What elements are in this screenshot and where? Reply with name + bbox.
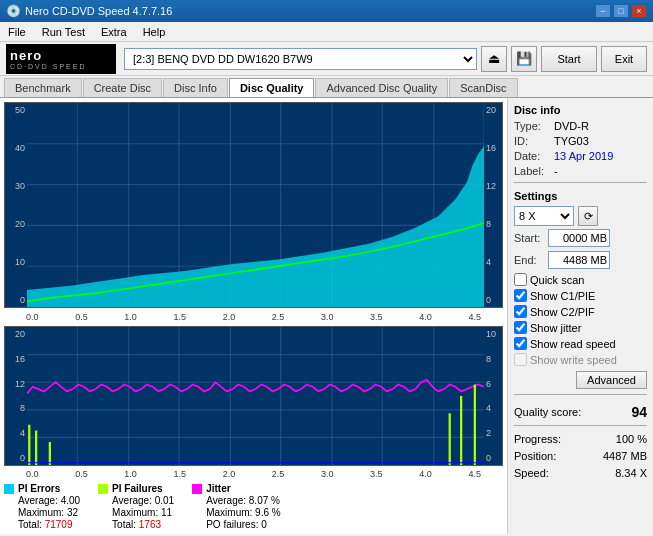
show-jitter-row: Show jitter xyxy=(514,321,647,334)
show-write-speed-label: Show write speed xyxy=(530,354,617,366)
legend-jitter: Jitter Average: 8.07 % Maximum: 9.6 % PO… xyxy=(192,483,280,530)
bottom-chart-y-axis-right: 10 8 6 4 2 0 xyxy=(484,327,502,465)
bottom-chart-y-axis-left: 20 16 12 8 4 0 xyxy=(5,327,27,465)
legend-pi-failures: PI Failures Average: 0.01 Maximum: 11 To… xyxy=(98,483,174,530)
title-bar-title: Nero CD-DVD Speed 4.7.7.16 xyxy=(25,5,172,17)
disc-date-label: Date: xyxy=(514,150,550,162)
advanced-button[interactable]: Advanced xyxy=(576,371,647,389)
close-button[interactable]: × xyxy=(631,4,647,18)
toolbar: nero CD·DVD SPEED [2:3] BENQ DVD DD DW16… xyxy=(0,42,653,76)
menu-run-test[interactable]: Run Test xyxy=(38,24,89,40)
legend-area: PI Errors Average: 4.00 Maximum: 32 Tota… xyxy=(4,483,503,530)
end-label: End: xyxy=(514,254,546,266)
quick-scan-row: Quick scan xyxy=(514,273,647,286)
top-chart-svg xyxy=(27,103,484,307)
start-button[interactable]: Start xyxy=(541,46,597,72)
exit-button[interactable]: Exit xyxy=(601,46,647,72)
show-write-speed-checkbox[interactable] xyxy=(514,353,527,366)
disc-id-value: TYG03 xyxy=(554,135,589,147)
show-c2-pif-row: Show C2/PIF xyxy=(514,305,647,318)
end-input[interactable] xyxy=(548,251,610,269)
tab-benchmark[interactable]: Benchmark xyxy=(4,78,82,97)
right-panel: Disc info Type: DVD-R ID: TYG03 Date: 13… xyxy=(508,98,653,534)
disc-label-value: - xyxy=(554,165,558,177)
speed-select[interactable]: 8 X xyxy=(514,206,574,226)
tab-advanced-disc-quality[interactable]: Advanced Disc Quality xyxy=(315,78,448,97)
nero-logo-text: nero xyxy=(10,48,42,63)
settings-title: Settings xyxy=(514,190,647,202)
pi-failures-details: PI Failures Average: 0.01 Maximum: 11 To… xyxy=(112,483,174,530)
nero-logo: nero CD·DVD SPEED xyxy=(6,44,116,74)
pi-errors-title: PI Errors xyxy=(18,483,80,494)
pi-failures-maximum: Maximum: 11 xyxy=(112,507,174,518)
minimize-button[interactable]: − xyxy=(595,4,611,18)
bottom-chart-x-axis: 0.0 0.5 1.0 1.5 2.0 2.5 3.0 3.5 4.0 4.5 xyxy=(4,468,503,479)
disc-date-row: Date: 13 Apr 2019 xyxy=(514,150,647,162)
menu-bar: File Run Test Extra Help xyxy=(0,22,653,42)
show-c1-pie-label: Show C1/PIE xyxy=(530,290,595,302)
divider1 xyxy=(514,182,647,183)
jitter-color xyxy=(192,484,202,494)
advanced-btn-container: Advanced xyxy=(514,369,647,389)
show-read-speed-row: Show read speed xyxy=(514,337,647,350)
show-read-speed-checkbox[interactable] xyxy=(514,337,527,350)
bottom-chart: 20 16 12 8 4 0 10 8 6 4 2 0 xyxy=(4,326,503,466)
end-row: End: xyxy=(514,251,647,269)
menu-help[interactable]: Help xyxy=(139,24,170,40)
start-label: Start: xyxy=(514,232,546,244)
pi-errors-average: Average: 4.00 xyxy=(18,495,80,506)
title-bar: 💿 Nero CD-DVD Speed 4.7.7.16 − □ × xyxy=(0,0,653,22)
disc-type-label: Type: xyxy=(514,120,550,132)
tab-create-disc[interactable]: Create Disc xyxy=(83,78,162,97)
menu-extra[interactable]: Extra xyxy=(97,24,131,40)
tab-disc-info[interactable]: Disc Info xyxy=(163,78,228,97)
title-bar-controls: − □ × xyxy=(595,4,647,18)
drive-select[interactable]: [2:3] BENQ DVD DD DW1620 B7W9 xyxy=(124,48,477,70)
top-chart-y-axis-left: 50 40 30 20 10 0 xyxy=(5,103,27,307)
progress-label: Progress: xyxy=(514,433,561,445)
quick-scan-checkbox[interactable] xyxy=(514,273,527,286)
disc-id-row: ID: TYG03 xyxy=(514,135,647,147)
tabs: Benchmark Create Disc Disc Info Disc Qua… xyxy=(0,76,653,98)
pi-errors-maximum: Maximum: 32 xyxy=(18,507,80,518)
settings-refresh-button[interactable]: ⟳ xyxy=(578,206,598,226)
nero-logo-subtitle: CD·DVD SPEED xyxy=(10,63,87,70)
jitter-maximum: Maximum: 9.6 % xyxy=(206,507,280,518)
maximize-button[interactable]: □ xyxy=(613,4,629,18)
legend-pi-errors: PI Errors Average: 4.00 Maximum: 32 Tota… xyxy=(4,483,80,530)
position-value: 4487 MB xyxy=(603,450,647,462)
tab-disc-quality[interactable]: Disc Quality xyxy=(229,78,315,97)
disc-date-value: 13 Apr 2019 xyxy=(554,150,613,162)
pi-failures-average: Average: 0.01 xyxy=(112,495,174,506)
position-row: Position: 4487 MB xyxy=(514,450,647,462)
bottom-chart-svg xyxy=(27,327,484,465)
show-c2-pif-label: Show C2/PIF xyxy=(530,306,595,318)
top-chart: 50 40 30 20 10 0 20 16 12 8 4 0 xyxy=(4,102,503,308)
show-c1-pie-row: Show C1/PIE xyxy=(514,289,647,302)
save-button[interactable]: 💾 xyxy=(511,46,537,72)
start-input[interactable] xyxy=(548,229,610,247)
speed-label: Speed: xyxy=(514,467,549,479)
disc-id-label: ID: xyxy=(514,135,550,147)
tab-scan-disc[interactable]: ScanDisc xyxy=(449,78,517,97)
quality-score-row: Quality score: 94 xyxy=(514,404,647,420)
show-jitter-label: Show jitter xyxy=(530,322,581,334)
progress-row: Progress: 100 % xyxy=(514,433,647,445)
show-write-speed-row: Show write speed xyxy=(514,353,647,366)
quick-scan-label: Quick scan xyxy=(530,274,584,286)
show-jitter-checkbox[interactable] xyxy=(514,321,527,334)
disc-label-label: Label: xyxy=(514,165,550,177)
show-c2-pif-checkbox[interactable] xyxy=(514,305,527,318)
position-label: Position: xyxy=(514,450,556,462)
pi-errors-details: PI Errors Average: 4.00 Maximum: 32 Tota… xyxy=(18,483,80,530)
title-bar-left: 💿 Nero CD-DVD Speed 4.7.7.16 xyxy=(6,4,172,18)
pi-errors-color xyxy=(4,484,14,494)
eject-button[interactable]: ⏏ xyxy=(481,46,507,72)
menu-file[interactable]: File xyxy=(4,24,30,40)
disc-label-row: Label: - xyxy=(514,165,647,177)
show-read-speed-label: Show read speed xyxy=(530,338,616,350)
jitter-average: Average: 8.07 % xyxy=(206,495,280,506)
show-c1-pie-checkbox[interactable] xyxy=(514,289,527,302)
main-content: 50 40 30 20 10 0 20 16 12 8 4 0 xyxy=(0,98,653,534)
top-chart-y-axis-right: 20 16 12 8 4 0 xyxy=(484,103,502,307)
